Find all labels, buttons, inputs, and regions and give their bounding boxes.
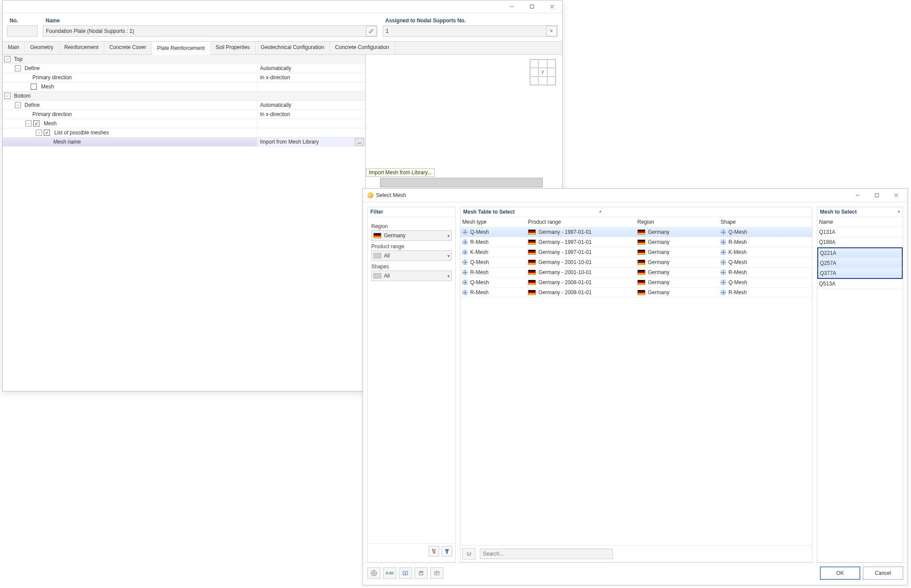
mesh-select-panel: Mesh to Select ▴ Name Q131AQ188AQ221AQ25… (817, 207, 903, 563)
dialog-minimize-button[interactable] (848, 189, 867, 202)
flag-germany-icon (373, 233, 381, 238)
reload-button[interactable] (462, 548, 475, 560)
mesh-select-row[interactable]: Q513A (817, 279, 903, 289)
shapes-combo[interactable]: All ▾ (371, 271, 452, 281)
mesh-icon (462, 280, 468, 285)
mesh-select-row[interactable]: Q221A (817, 247, 903, 258)
pick-support-button[interactable] (546, 26, 557, 36)
tab-geotechnical-configuration[interactable]: Geotechnical Configuration (256, 42, 330, 54)
tab-geometry[interactable]: Geometry (25, 42, 59, 54)
tab-soil-properties[interactable]: Soil Properties (211, 42, 256, 54)
collapse-icon[interactable]: − (4, 56, 11, 62)
mesh-top-checkbox[interactable] (31, 84, 37, 90)
mesh-table-row[interactable]: Q-MeshGermany - 1997-01-01GermanyQ-Mesh (461, 227, 812, 237)
mesh-select-row[interactable]: Q257A (817, 258, 903, 268)
collapse-icon[interactable]: − (15, 102, 21, 108)
mesh-table-row[interactable]: Q-MeshGermany - 2008-01-01GermanyQ-Mesh (461, 278, 812, 288)
mesh-icon (462, 260, 468, 265)
help-button[interactable] (367, 567, 380, 579)
region-label: Region (371, 223, 452, 229)
ok-button[interactable]: OK (820, 567, 860, 580)
flag-germany-icon (528, 260, 536, 265)
flag-germany-icon (637, 270, 645, 275)
tree-row-primary-top[interactable]: Primary direction In x-direction (3, 73, 365, 82)
mesh-select-head[interactable]: Name (817, 217, 903, 227)
region-combo[interactable]: Germany ▾ (371, 230, 452, 241)
svg-rect-5 (875, 194, 879, 197)
shapes-label: Shapes (371, 264, 452, 270)
units-button[interactable]: 0.00 (383, 567, 396, 579)
table-button[interactable] (430, 567, 443, 579)
import-mesh-button[interactable]: … (355, 138, 364, 146)
collapse-icon[interactable]: − (4, 93, 11, 99)
apply-filter-button[interactable] (442, 546, 452, 556)
tab-reinforcement[interactable]: Reinforcement (59, 42, 104, 54)
mesh-icon (462, 270, 468, 275)
tree-section-top[interactable]: − Top (3, 55, 365, 64)
col-shape[interactable]: Shape (721, 219, 808, 225)
svg-point-9 (371, 570, 376, 576)
search-input[interactable] (480, 549, 613, 559)
collapse-icon[interactable]: − (36, 130, 42, 136)
tree-row-mesh-bottom[interactable]: − Mesh (3, 119, 365, 128)
name-input[interactable] (43, 28, 366, 34)
tab-main[interactable]: Main (3, 42, 25, 54)
mesh-icon (721, 229, 726, 235)
filter-panel: Filter Region Germany ▾ Product range Al… (367, 207, 456, 563)
mesh-table-row[interactable]: K-MeshGermany - 1997-01-01GermanyK-Mesh (461, 247, 812, 257)
tab-plate-reinforcement[interactable]: Plate Reinforcement (152, 42, 211, 55)
mesh-select-row[interactable]: Q131A (817, 227, 903, 237)
chevron-down-icon: ▾ (447, 233, 450, 238)
dialog-maximize-button[interactable] (867, 189, 886, 202)
tree-row-mesh-name[interactable]: Mesh name Import from Mesh Library … (3, 137, 365, 147)
mesh-table-row[interactable]: R-MeshGermany - 2008-01-01GermanyR-Mesh (461, 288, 812, 298)
col-mesh-type[interactable]: Mesh type (462, 219, 528, 225)
tree-row-define-bottom[interactable]: − Define Automatically (3, 101, 365, 110)
export-button[interactable] (399, 567, 412, 579)
col-product-range[interactable]: Product range (528, 219, 637, 225)
mesh-table-head[interactable]: Mesh type Product range Region Shape (461, 217, 812, 227)
edit-name-button[interactable] (366, 26, 376, 36)
assigned-label: Assigned to Nodal Supports No. (383, 16, 558, 25)
svg-rect-1 (530, 5, 534, 8)
clear-filter-button[interactable] (429, 546, 439, 556)
close-button[interactable] (542, 0, 562, 13)
flag-germany-icon (528, 270, 536, 275)
mesh-bottom-checkbox[interactable] (33, 120, 39, 127)
cancel-button[interactable]: Cancel (863, 567, 903, 580)
tab-concrete-configuration[interactable]: Concrete Configuration (330, 42, 394, 54)
product-range-combo[interactable]: All ▾ (371, 250, 452, 261)
tree-row-mesh-top[interactable]: Mesh (3, 82, 365, 92)
mesh-select-row[interactable]: Q377A (817, 268, 903, 279)
tree-row-list-possible[interactable]: − List of possible meshes (3, 128, 365, 137)
collapse-icon[interactable]: − (25, 120, 32, 127)
flag-germany-icon (637, 250, 645, 255)
mesh-table-row[interactable]: R-MeshGermany - 2001-10-01GermanyR-Mesh (461, 268, 812, 278)
assigned-input[interactable] (383, 28, 546, 34)
tab-concrete-cover[interactable]: Concrete Cover (104, 42, 152, 54)
mesh-select-row[interactable]: Q188A (817, 237, 903, 247)
col-name[interactable]: Name (819, 219, 901, 225)
tree-section-bottom[interactable]: − Bottom (3, 92, 365, 101)
mesh-icon (721, 280, 726, 285)
flag-germany-icon (637, 239, 645, 245)
tree-row-primary-bottom[interactable]: Primary direction In x-direction (3, 110, 365, 119)
tree-row-define-top[interactable]: − Define Automatically (3, 64, 365, 73)
svg-rect-12 (435, 571, 439, 575)
parent-titlebar (3, 0, 562, 13)
save-button[interactable] (415, 567, 428, 579)
collapse-icon[interactable]: − (15, 65, 21, 71)
flag-germany-icon (637, 290, 645, 295)
maximize-button[interactable] (522, 0, 542, 13)
col-region[interactable]: Region (637, 219, 721, 225)
mesh-table-row[interactable]: Q-MeshGermany - 2001-10-01GermanyQ-Mesh (461, 257, 812, 268)
import-tooltip: Import Mesh from Library... (366, 168, 435, 177)
mesh-icon (462, 290, 468, 295)
chevron-down-icon: ▾ (447, 254, 450, 258)
mesh-table-row[interactable]: R-MeshGermany - 1997-01-01GermanyR-Mesh (461, 237, 812, 247)
list-possible-checkbox[interactable] (44, 130, 50, 136)
minimize-button[interactable] (502, 0, 522, 13)
dialog-close-button[interactable] (886, 189, 906, 202)
name-label: Name (43, 16, 377, 25)
no-label: No. (7, 16, 38, 25)
